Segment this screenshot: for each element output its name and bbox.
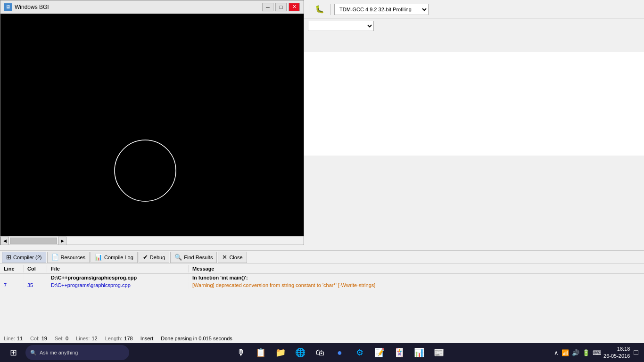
bgi-window-controls: ─ □ ✕ [262, 3, 300, 11]
taskbar-app-chrome[interactable]: ● [330, 343, 349, 362]
compiler-tab-icon: ⊞ [6, 254, 11, 261]
secondary-dropdown[interactable] [308, 21, 374, 31]
start-button[interactable]: ⊞ [2, 343, 25, 362]
status-line-value: 11 [17, 336, 23, 341]
taskbar-app-word[interactable]: 📝 [370, 343, 389, 362]
bgi-maximize-button[interactable]: □ [275, 3, 287, 11]
status-length-label: Length: [105, 336, 123, 341]
bgi-window: 🖥 Windows BGI ─ □ ✕ ◀ ▶ [0, 0, 304, 245]
bgi-minimize-button[interactable]: ─ [262, 3, 273, 11]
debug-tab-label: Debug [150, 255, 165, 260]
status-length: Length: 178 [105, 336, 133, 341]
tray-network-icon[interactable]: 📶 [561, 349, 569, 356]
tray-notifications-icon[interactable]: □ [634, 348, 638, 357]
status-col-value: 19 [41, 336, 47, 341]
log-row-1-col [24, 274, 47, 281]
ide-secondary-toolbar [304, 19, 644, 33]
log-row-2-message: [Warning] deprecated conversion from str… [189, 282, 644, 288]
tabs-bar: ⊞ Compiler (2) 📄 Resources 📊 Compile Log… [0, 251, 644, 264]
compiler-tab-label: Compiler (2) [13, 255, 42, 260]
tray-icons: ∧ 📶 🔊 🔋 ⌨ [554, 349, 602, 356]
toolbar-separator [309, 4, 309, 15]
log-row-2-col: 35 [24, 282, 47, 288]
taskbar: ⊞ 🔍 Ask me anything 🎙 📋 📁 🌐 🛍 ● ⚙ 📝 🃏 📊 … [0, 343, 644, 362]
taskbar-app-app3[interactable]: 📰 [429, 343, 448, 362]
toolbar-icon-bug[interactable]: 🐛 [313, 3, 326, 16]
log-row-2-line: 7 [0, 282, 24, 288]
status-sel-value: 0 [66, 336, 68, 341]
taskbar-app-devcpp[interactable]: ⚙ [350, 343, 369, 362]
log-table-header: Line Col File Message [0, 264, 644, 274]
bgi-window-title: Windows BGI [15, 4, 259, 10]
search-icon: 🔍 [30, 350, 37, 356]
taskbar-clock[interactable]: 18:18 26-05-2016 [603, 346, 630, 360]
compiler-dropdown[interactable]: TDM-GCC 4.9.2 32-bit Profiling [334, 4, 429, 15]
status-message: Done parsing in 0.015 seconds [161, 336, 640, 341]
tab-compile-log[interactable]: 📊 Compile Log [91, 252, 138, 263]
bgi-drawing-canvas [0, 27, 305, 245]
ide-editor-area[interactable] [304, 52, 644, 156]
taskbar-tray: ∧ 📶 🔊 🔋 ⌨ 18:18 26-05-2016 □ [550, 346, 642, 360]
tab-resources[interactable]: 📄 Resources [47, 252, 90, 263]
taskbar-app-app2[interactable]: 📊 [410, 343, 429, 362]
status-bar: Line: 11 Col: 19 Sel: 0 Lines: 12 Length… [0, 333, 644, 343]
bgi-canvas [0, 14, 304, 236]
bgi-titlebar: 🖥 Windows BGI ─ □ ✕ [0, 0, 304, 14]
taskbar-app-edge[interactable]: 🌐 [291, 343, 310, 362]
scroll-left-arrow[interactable]: ◀ [0, 237, 9, 245]
status-sel-label: Sel: [55, 336, 64, 341]
status-line: Line: 11 [4, 336, 23, 341]
taskbar-app-cortana[interactable]: 🎙 [231, 343, 250, 362]
taskbar-app-explorer[interactable]: 📁 [271, 343, 290, 362]
log-header-line: Line [0, 265, 24, 272]
resources-tab-icon: 📄 [51, 254, 59, 261]
bottom-panel: ⊞ Compiler (2) 📄 Resources 📊 Compile Log… [0, 250, 644, 337]
status-lines: Lines: 12 [76, 336, 98, 341]
log-header-file: File [47, 265, 189, 272]
log-row-1-file: D:\C++programs\graphicsprog.cpp [47, 274, 189, 281]
tab-debug[interactable]: ✔ Debug [139, 252, 169, 263]
status-col: Col: 19 [30, 336, 47, 341]
bgi-scrollbar-horizontal[interactable]: ◀ ▶ [0, 236, 304, 245]
taskbar-app-taskview[interactable]: 📋 [251, 343, 270, 362]
log-row-2[interactable]: 7 35 D:\C++programs\graphicsprog.cpp [Wa… [0, 281, 644, 289]
tab-compiler[interactable]: ⊞ Compiler (2) [2, 252, 46, 263]
tab-close[interactable]: ✕ Close [218, 252, 247, 263]
log-header-col: Col [24, 265, 47, 272]
scroll-thumb[interactable] [10, 238, 57, 244]
ide-main-toolbar: 🐛 TDM-GCC 4.9.2 32-bit Profiling [304, 0, 644, 19]
status-length-value: 178 [124, 336, 132, 341]
taskbar-app-app1[interactable]: 🃏 [390, 343, 409, 362]
status-lines-label: Lines: [76, 336, 90, 341]
find-results-tab-icon: 🔍 [174, 254, 182, 261]
taskbar-app-store[interactable]: 🛍 [311, 343, 330, 362]
close-tab-icon: ✕ [222, 254, 227, 261]
status-sel: Sel: 0 [55, 336, 68, 341]
compile-log-tab-label: Compile Log [104, 255, 133, 260]
resources-tab-label: Resources [61, 255, 86, 260]
log-row-1[interactable]: D:\C++programs\graphicsprog.cpp In funct… [0, 274, 644, 281]
status-col-label: Col: [30, 336, 40, 341]
taskbar-apps: 🎙 📋 📁 🌐 🛍 ● ⚙ 📝 🃏 📊 📰 [130, 343, 549, 362]
status-lines-value: 12 [91, 336, 97, 341]
bgi-close-button[interactable]: ✕ [289, 3, 300, 11]
tray-battery-icon[interactable]: 🔋 [582, 349, 590, 356]
tray-volume-icon[interactable]: 🔊 [572, 349, 579, 356]
scroll-right-arrow[interactable]: ▶ [58, 237, 66, 245]
bgi-window-icon: 🖥 [4, 3, 12, 11]
status-mode: Insert [140, 336, 154, 341]
log-row-1-message: In function 'int main()': [189, 274, 644, 281]
clock-time: 18:18 [603, 346, 630, 353]
ide-top-area: 🐛 TDM-GCC 4.9.2 32-bit Profiling [304, 0, 644, 52]
taskbar-search[interactable]: 🔍 Ask me anything [25, 345, 129, 360]
log-row-2-file: D:\C++programs\graphicsprog.cpp [47, 282, 189, 288]
status-mode-value: Insert [140, 336, 154, 341]
log-row-1-line [0, 274, 24, 281]
clock-date: 26-05-2016 [603, 353, 630, 360]
search-placeholder: Ask me anything [40, 350, 78, 355]
tray-chevron-icon[interactable]: ∧ [554, 349, 559, 356]
log-header-message: Message [189, 265, 644, 272]
toolbar-separator-2 [330, 4, 330, 15]
tray-keyboard-icon[interactable]: ⌨ [593, 349, 602, 356]
tab-find-results[interactable]: 🔍 Find Results [170, 252, 217, 263]
